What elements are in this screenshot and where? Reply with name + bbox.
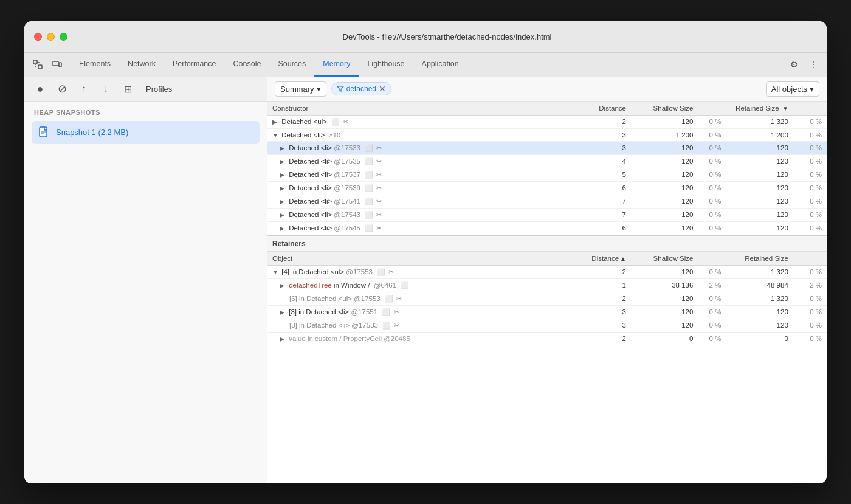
expand-arrow[interactable]: ▶	[272, 119, 280, 125]
upper-table: Constructor Distance Shallow Size Retain…	[267, 102, 827, 235]
node-icon: ⬜	[365, 157, 373, 165]
tab-sources[interactable]: Sources	[269, 53, 314, 77]
expand-arrow[interactable]: ▶	[280, 171, 287, 178]
row-retained-pct: 0 %	[793, 208, 827, 221]
table-row[interactable]: [3] in Detached <li> @17533 ⬜ ✂ 3 120 0 …	[267, 319, 827, 332]
row-retained: 1 320	[726, 292, 793, 305]
table-row[interactable]: ▶ Detached <li> @17537 ⬜ ✂ 5 120 0 % 120…	[267, 168, 827, 181]
table-row[interactable]: ▶ Detached <li> @17543 ⬜ ✂ 7 120 0 % 120…	[267, 208, 827, 221]
tab-lighthouse[interactable]: Lighthouse	[359, 53, 413, 77]
row-shallow-pct: 0 %	[698, 332, 726, 345]
table-row[interactable]: ▶ value in custom / PropertyCell @20485 …	[267, 332, 827, 345]
header-shallow-size[interactable]: Shallow Size	[631, 102, 698, 116]
table-row[interactable]: ▶ [3] in Detached <li> @17551 ⬜ ✂ 3 120 …	[267, 305, 827, 319]
row-shallow: 120	[631, 195, 698, 208]
node-icon: ⬜	[385, 295, 393, 302]
header-retained-size[interactable]: Retained Size	[726, 252, 793, 266]
minimize-button[interactable]	[47, 33, 55, 41]
content-pane: Summary ▾ detached ✕ All objects ▾	[267, 77, 827, 483]
heap-snapshots-title: Heap snapshots	[32, 109, 260, 116]
tab-memory[interactable]: Memory	[314, 53, 359, 77]
clear-all-profiles-icon[interactable]: ⊘	[53, 80, 71, 97]
device-toolbar-icon[interactable]	[49, 56, 66, 73]
header-retained-size[interactable]: Retained Size ▼	[726, 102, 793, 116]
row-object: ▶ [3] in Detached <li> @17551 ⬜ ✂	[267, 305, 575, 319]
more-options-icon[interactable]: ⋮	[805, 56, 822, 73]
table-row[interactable]: ▶ Detached <li> @17539 ⬜ ✂ 6 120 0 % 120…	[267, 181, 827, 195]
expand-arrow[interactable]: ▶	[280, 225, 287, 232]
objects-dropdown[interactable]: All objects ▾	[766, 81, 819, 97]
scissors-icon: ✂	[376, 211, 382, 218]
tab-performance[interactable]: Performance	[164, 53, 225, 77]
load-icon[interactable]: ↑	[75, 80, 92, 97]
row-shallow-pct: 0 %	[698, 208, 726, 221]
settings-icon[interactable]: ⚙	[785, 56, 802, 73]
header-object[interactable]: Object	[267, 252, 575, 266]
expand-arrow[interactable]: ▶	[280, 336, 287, 342]
expand-arrow[interactable]: ▶	[280, 158, 287, 165]
header-retained-pct	[793, 102, 827, 116]
expand-arrow[interactable]: ▶	[280, 185, 287, 192]
row-distance: 4	[575, 154, 631, 168]
header-shallow-size[interactable]: Shallow Size	[631, 252, 698, 266]
row-object: [3] in Detached <li> @17533 ⬜ ✂	[267, 319, 575, 332]
expand-arrow[interactable]: ▶	[280, 198, 287, 205]
maximize-button[interactable]	[60, 33, 67, 41]
table-row[interactable]: ▼ Detached <li> ×10 3 1 200 0 % 1 200 0 …	[267, 128, 827, 141]
table-row[interactable]: ▶ Detached <li> @17535 ⬜ ✂ 4 120 0 % 120…	[267, 154, 827, 168]
table-row[interactable]: [6] in Detached <ul> @17553 ⬜ ✂ 2 120 0 …	[267, 292, 827, 305]
tab-network[interactable]: Network	[119, 53, 164, 77]
filter-close-button[interactable]: ✕	[379, 85, 386, 93]
row-retained: 120	[726, 168, 793, 181]
content-toolbar: Summary ▾ detached ✕ All objects ▾	[267, 77, 827, 102]
row-retained-pct: 0 %	[793, 168, 827, 181]
row-constructor: ▶ Detached <li> @17539 ⬜ ✂	[267, 181, 575, 195]
expand-arrow[interactable]: ▶	[280, 145, 287, 151]
table-row[interactable]: ▶ detachedTree in Window / @6461 ⬜ 1 38 …	[267, 278, 827, 292]
expand-arrow[interactable]: ▶	[280, 282, 287, 289]
node-icon: ⬜	[365, 211, 373, 218]
row-distance: 5	[575, 168, 631, 181]
table-row[interactable]: ▶ Detached <li> @17541 ⬜ ✂ 7 120 0 % 120…	[267, 195, 827, 208]
close-button[interactable]	[34, 33, 42, 41]
collect-garbage-icon[interactable]: ⊞	[119, 80, 136, 97]
row-shallow-pct: 0 %	[698, 141, 726, 154]
tab-application[interactable]: Application	[413, 53, 467, 77]
summary-label: Summary	[280, 85, 314, 94]
row-retained: 48 984	[726, 278, 793, 292]
row-shallow-pct: 0 %	[698, 195, 726, 208]
row-shallow: 120	[631, 221, 698, 235]
tab-elements[interactable]: Elements	[71, 53, 119, 77]
record-heap-snapshot-icon[interactable]: ●	[32, 80, 49, 97]
row-shallow-pct: 0 %	[698, 221, 726, 235]
inspect-element-icon[interactable]	[29, 56, 46, 73]
table-row[interactable]: ▶ Detached <li> @17533 ⬜ ✂ 3 120 0 % 120…	[267, 141, 827, 154]
row-distance: 2	[575, 332, 631, 345]
expand-arrow[interactable]: ▶	[280, 212, 287, 218]
tab-console[interactable]: Console	[225, 53, 270, 77]
save-icon[interactable]: ↓	[97, 80, 114, 97]
row-shallow-pct: 0 %	[698, 154, 726, 168]
expand-arrow[interactable]: ▶	[280, 309, 287, 316]
row-shallow-pct: 0 %	[698, 115, 726, 128]
summary-dropdown[interactable]: Summary ▾	[275, 81, 326, 97]
table-row[interactable]: ▼ [4] in Detached <ul> @17553 ⬜ ✂ 2 120 …	[267, 265, 827, 278]
row-constructor: ▶ Detached <ul> ⬜ ✂	[267, 115, 575, 128]
header-distance-asc[interactable]: Distance▲	[575, 252, 631, 266]
snapshot-item[interactable]: Snapshot 1 (2.2 MB)	[32, 121, 260, 144]
row-constructor: ▼ Detached <li> ×10	[267, 128, 575, 141]
table-row[interactable]: ▶ Detached <ul> ⬜ ✂ 2 120 0 % 1 320 0 %	[267, 115, 827, 128]
row-retained: 120	[726, 208, 793, 221]
row-object: ▼ [4] in Detached <ul> @17553 ⬜ ✂	[267, 265, 575, 278]
expand-arrow[interactable]: ▼	[272, 269, 280, 275]
row-retained-pct: 0 %	[793, 319, 827, 332]
retainer-name: detachedTree	[289, 281, 332, 289]
row-retained-pct: 0 %	[793, 141, 827, 154]
table-row[interactable]: ▶ Detached <li> @17545 ⬜ ✂ 6 120 0 % 120…	[267, 221, 827, 235]
header-constructor[interactable]: Constructor	[267, 102, 575, 116]
scissors-icon: ✂	[343, 118, 348, 125]
row-shallow: 120	[631, 115, 698, 128]
expand-arrow[interactable]: ▼	[272, 132, 280, 139]
header-distance[interactable]: Distance	[575, 102, 631, 116]
row-distance: 2	[575, 115, 631, 128]
